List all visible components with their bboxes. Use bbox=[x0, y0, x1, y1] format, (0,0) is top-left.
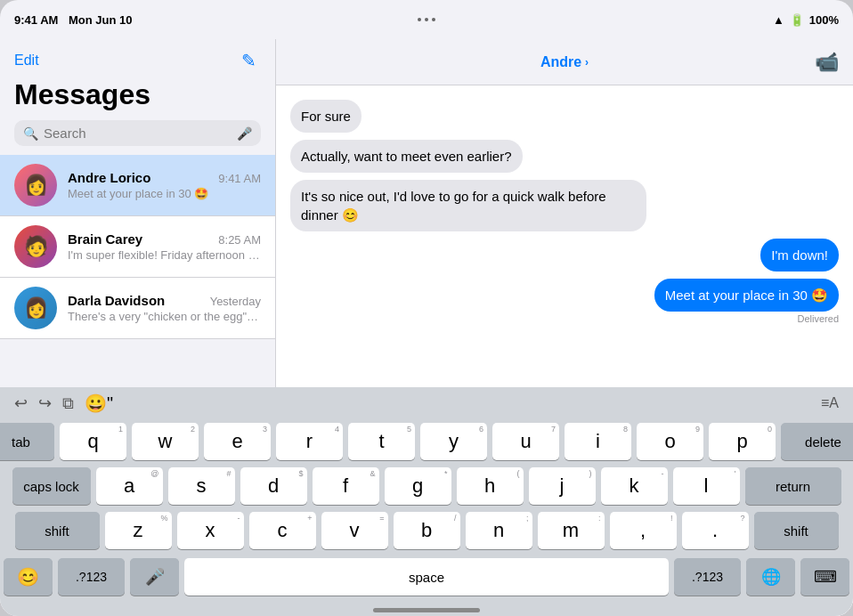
home-indicator bbox=[373, 608, 480, 612]
conv-time: 9:41 AM bbox=[218, 172, 261, 185]
caps-lock-key[interactable]: caps lock bbox=[12, 467, 91, 505]
message-row: I'm down! bbox=[290, 239, 839, 272]
key-m[interactable]: :m bbox=[538, 512, 605, 549]
conversation-item[interactable]: 👩 Darla Davidson Yesterday There's a ver… bbox=[0, 278, 275, 339]
search-mic-icon[interactable]: 🎤 bbox=[237, 126, 252, 141]
key-i[interactable]: 8i bbox=[565, 423, 631, 460]
key-t[interactable]: 5t bbox=[348, 423, 415, 460]
dot2 bbox=[425, 18, 428, 21]
key-z[interactable]: %z bbox=[105, 512, 172, 549]
sidebar-header: Edit ✎ bbox=[0, 39, 275, 78]
keyboard-dismiss-key[interactable]: ⌨ bbox=[800, 558, 849, 596]
keyboard-bottom-row: 😊 .?123 🎤 space .?123 🌐 ⌨ bbox=[0, 555, 853, 608]
key-x[interactable]: -x bbox=[177, 512, 244, 549]
sidebar-title: Messages bbox=[0, 78, 275, 120]
conv-time: 8:25 AM bbox=[218, 233, 261, 247]
contact-name: Andre bbox=[540, 54, 581, 70]
conv-name: Andre Lorico bbox=[68, 170, 150, 185]
emoji-key[interactable]: 😊 bbox=[4, 558, 53, 596]
keyboard-row-3: shift %z -x +c =v /b ;n :m !, ?. shift bbox=[4, 512, 849, 549]
key-s[interactable]: #s bbox=[168, 467, 235, 505]
key-f[interactable]: &f bbox=[313, 467, 379, 505]
keyboard-rows: tab 1q 2w 3e 4r 5t 6y 7u 8i 9o 0p delete… bbox=[0, 419, 853, 555]
text-size-icon[interactable]: ≡A bbox=[821, 395, 839, 411]
key-g[interactable]: *g bbox=[385, 467, 451, 505]
search-input[interactable] bbox=[44, 126, 232, 141]
key-b[interactable]: /b bbox=[394, 512, 460, 549]
keyboard-row-2: caps lock @a #s $d &f *g (h )j -k 'l ret… bbox=[4, 467, 849, 505]
microphone-key[interactable]: 🎤 bbox=[130, 558, 179, 596]
clipboard-icon[interactable]: ⧉ bbox=[62, 394, 74, 413]
message-bubble: Actually, want to meet even earlier? bbox=[290, 140, 523, 173]
numbers-key-right[interactable]: .?123 bbox=[674, 558, 741, 596]
battery-level: 100% bbox=[809, 13, 839, 27]
conversation-item[interactable]: 👩 Andre Lorico 9:41 AM Meet at your plac… bbox=[0, 155, 275, 216]
message-bubble: Meet at your place in 30 🤩 bbox=[654, 279, 839, 312]
conv-preview: I'm super flexible! Friday afternoon or … bbox=[68, 248, 261, 262]
return-key[interactable]: return bbox=[745, 467, 841, 505]
tab-key[interactable]: tab bbox=[0, 423, 54, 460]
wifi-icon: ▲ bbox=[773, 13, 784, 27]
toolbar-left: ↩ ↪ ⧉ 😀" bbox=[14, 393, 113, 414]
shift-right-key[interactable]: shift bbox=[754, 512, 839, 549]
key-r[interactable]: 4r bbox=[276, 423, 343, 460]
key-d[interactable]: $d bbox=[240, 467, 307, 505]
key-comma[interactable]: !, bbox=[610, 512, 677, 549]
conversation-item[interactable]: 🧑 Brain Carey 8:25 AM I'm super flexible… bbox=[0, 216, 275, 278]
key-o[interactable]: 9o bbox=[637, 423, 703, 460]
shift-left-key[interactable]: shift bbox=[15, 512, 100, 549]
keyboard-row-1: tab 1q 2w 3e 4r 5t 6y 7u 8i 9o 0p delete bbox=[4, 423, 849, 460]
space-key[interactable]: space bbox=[184, 558, 669, 596]
status-date: Mon Jun 10 bbox=[69, 13, 133, 27]
redo-icon[interactable]: ↪ bbox=[38, 393, 52, 413]
edit-button[interactable]: Edit bbox=[14, 53, 39, 69]
status-time: 9:41 AM bbox=[14, 13, 58, 27]
message-row: Actually, want to meet even earlier? bbox=[290, 140, 839, 173]
search-icon: 🔍 bbox=[23, 126, 38, 141]
message-bubble: For sure bbox=[290, 100, 362, 133]
chat-title[interactable]: Andre › bbox=[540, 54, 589, 70]
message-row: For sure bbox=[290, 100, 839, 133]
status-bar-left: 9:41 AM Mon Jun 10 bbox=[14, 13, 133, 27]
key-v[interactable]: =v bbox=[321, 512, 388, 549]
battery-icon: 🔋 bbox=[790, 13, 804, 27]
undo-icon[interactable]: ↩ bbox=[14, 393, 28, 413]
facetime-button[interactable]: 📹 bbox=[815, 51, 839, 74]
keyboard-area: ↩ ↪ ⧉ 😀" ≡A tab 1q 2w 3e 4r 5t 6y 7u 8i … bbox=[0, 387, 853, 616]
message-bubble: It's so nice out, I'd love to go for a q… bbox=[290, 180, 646, 231]
search-bar[interactable]: 🔍 🎤 bbox=[14, 120, 261, 146]
key-p[interactable]: 0p bbox=[709, 423, 776, 460]
dot1 bbox=[418, 18, 421, 21]
international-key[interactable]: 🌐 bbox=[746, 558, 795, 596]
conv-info: Brain Carey 8:25 AM I'm super flexible! … bbox=[68, 231, 261, 262]
key-h[interactable]: (h bbox=[457, 467, 524, 505]
conv-info: Andre Lorico 9:41 AM Meet at your place … bbox=[68, 170, 261, 200]
key-q[interactable]: 1q bbox=[60, 423, 126, 460]
delete-key[interactable]: delete bbox=[781, 423, 853, 460]
key-u[interactable]: 7u bbox=[492, 423, 559, 460]
numbers-key-left[interactable]: .?123 bbox=[58, 558, 125, 596]
key-w[interactable]: 2w bbox=[132, 423, 199, 460]
key-a[interactable]: @a bbox=[96, 467, 163, 505]
key-c[interactable]: +c bbox=[249, 512, 316, 549]
chat-header: Andre › 📹 bbox=[276, 39, 853, 85]
conv-preview: There's a very "chicken or the egg" thin… bbox=[68, 310, 261, 323]
compose-button[interactable]: ✎ bbox=[236, 48, 261, 73]
key-e[interactable]: 3e bbox=[204, 423, 271, 460]
key-y[interactable]: 6y bbox=[420, 423, 487, 460]
avatar: 👩 bbox=[14, 164, 57, 207]
conv-info: Darla Davidson Yesterday There's a very … bbox=[68, 293, 261, 323]
avatar: 🧑 bbox=[14, 225, 57, 268]
conv-time: Yesterday bbox=[210, 295, 261, 308]
message-row: It's so nice out, I'd love to go for a q… bbox=[290, 180, 839, 231]
key-l[interactable]: 'l bbox=[673, 467, 740, 505]
key-n[interactable]: ;n bbox=[466, 512, 532, 549]
status-bar: 9:41 AM Mon Jun 10 ▲ 🔋 100% bbox=[0, 0, 853, 39]
emoji-toolbar-button[interactable]: 😀" bbox=[85, 393, 113, 414]
message-status: Delivered bbox=[798, 313, 839, 324]
key-k[interactable]: -k bbox=[601, 467, 668, 505]
key-period[interactable]: ?. bbox=[682, 512, 749, 549]
key-j[interactable]: )j bbox=[529, 467, 596, 505]
status-bar-right: ▲ 🔋 100% bbox=[773, 13, 839, 27]
message-bubble: I'm down! bbox=[760, 239, 839, 272]
